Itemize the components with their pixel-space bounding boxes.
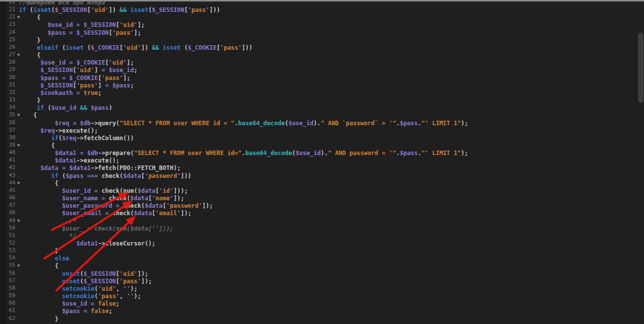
code-text: $user_ = check(num($data[''])); xyxy=(19,225,174,232)
fold-arrow-icon[interactable]: ▼ xyxy=(17,262,20,269)
code-line[interactable]: 57 unset($_SESSION['pass']); xyxy=(0,277,633,284)
fold-arrow-icon[interactable]: ▼ xyxy=(17,142,20,149)
line-number: 62 xyxy=(0,315,15,322)
code-line[interactable]: 29 $_SESSION['uid'] = $use_id; xyxy=(0,66,633,73)
line-number: 29 xyxy=(0,66,15,73)
code-line[interactable]: 38 if($req->fetchColumn()) xyxy=(0,134,633,141)
line-number: 26 xyxy=(0,43,15,51)
code-text: } xyxy=(19,97,40,104)
code-line[interactable]: 22▼ { xyxy=(0,13,633,20)
code-text: $use_id = $_SESSION['uid']; xyxy=(19,21,145,28)
code-line[interactable]: 30 $pass = $_COOKIE['pass']; xyxy=(0,74,633,81)
code-line[interactable]: 23 $use_id = $_SESSION['uid']; xyxy=(0,20,633,28)
code-line[interactable]: 26 elseif (isset ($_COOKIE['uid']) && is… xyxy=(0,43,633,51)
code-line[interactable]: 55▼ { xyxy=(0,261,633,269)
line-number: 32 xyxy=(0,88,15,96)
fold-arrow-icon[interactable]: ▼ xyxy=(17,13,20,21)
code-editor-window: 20//Выбераем все про юзера21if (isset($_… xyxy=(0,0,644,324)
code-text: } xyxy=(19,316,58,323)
line-number: 28 xyxy=(0,58,15,66)
code-line[interactable]: 21if (isset($_SESSION['uid']) && isset($… xyxy=(0,5,633,13)
code-line[interactable]: 39▼ { xyxy=(0,141,633,149)
line-number: 59 xyxy=(0,292,15,299)
code-text: { xyxy=(19,262,58,269)
line-number: 25 xyxy=(0,36,15,43)
code-line[interactable]: 58 setcookie('uid', ''); xyxy=(0,284,633,292)
code-text: { xyxy=(19,52,40,59)
fold-arrow-icon[interactable]: ▼ xyxy=(17,51,20,59)
code-text: $_SESSION['uid'] = $use_id; xyxy=(19,67,138,74)
line-number: 58 xyxy=(0,284,15,292)
line-number: 30 xyxy=(0,74,15,81)
line-number: 49 xyxy=(0,217,15,224)
fold-arrow-icon[interactable]: ▼ xyxy=(17,179,20,187)
line-number: 55 xyxy=(0,261,15,269)
code-line[interactable]: 40 $data1 = $db->prepare("SELECT * FROM … xyxy=(0,149,633,156)
line-number: 61 xyxy=(0,307,15,314)
code-line[interactable]: 33 } xyxy=(0,96,633,103)
code-text: $user_id = check(num($data['id'])); xyxy=(19,187,188,194)
code-area[interactable]: 20//Выбераем все про юзера21if (isset($_… xyxy=(0,0,633,322)
line-number: 45 xyxy=(0,186,15,194)
line-number: 50 xyxy=(0,224,15,232)
code-line[interactable]: 45 $user_id = check(num($data['id'])); xyxy=(0,186,633,194)
scrollbar-thumb[interactable] xyxy=(638,33,644,103)
code-line[interactable]: 28 $use_id = $_COOKIE['uid']; xyxy=(0,58,633,66)
code-line[interactable]: 27▼ { xyxy=(0,51,633,58)
code-line[interactable]: 52 $data1->closeCursor(); xyxy=(0,239,633,246)
line-number: 35 xyxy=(0,111,15,118)
code-line[interactable]: 47 $user_password = check($data['passwor… xyxy=(0,201,633,209)
code-line[interactable]: 41 $data1->execute(); xyxy=(0,156,633,163)
fold-arrow-icon[interactable]: ▼ xyxy=(17,217,20,225)
code-line[interactable]: 60 $use_id = false; xyxy=(0,299,633,307)
code-line[interactable]: 36 $req = $db->query("SELECT * FROM user… xyxy=(0,119,633,126)
code-line[interactable]: 50 $user_ = check(num($data[''])); xyxy=(0,224,633,232)
code-text: if ($use_id && $pass) xyxy=(19,104,112,111)
code-line[interactable]: 48 $user_email = check($data['email']); xyxy=(0,209,633,216)
code-text: else xyxy=(19,255,69,262)
code-line[interactable]: 51 */ xyxy=(0,232,633,239)
code-line[interactable]: 24 $pass = $_SESSION['pass']; xyxy=(0,28,633,36)
code-line[interactable]: 59 setcookie('pass', ''); xyxy=(0,292,633,299)
code-line[interactable]: 43 if ($pass === check($data['password']… xyxy=(0,171,633,179)
code-line[interactable]: 34 if ($use_id && $pass) xyxy=(0,103,633,111)
code-line[interactable]: 31 $_SESSION['pass'] = $pass; xyxy=(0,81,633,88)
code-text: $cookauth = true; xyxy=(19,89,101,96)
code-text: } xyxy=(19,37,40,44)
code-line[interactable]: 42 $data = $data1->fetch(PDO::FETCH_BOTH… xyxy=(0,163,633,171)
fold-arrow-icon[interactable]: ▼ xyxy=(17,111,20,119)
line-number: 56 xyxy=(0,269,15,277)
line-number: 46 xyxy=(0,194,15,201)
code-line[interactable]: 54 else xyxy=(0,254,633,261)
code-line[interactable]: 56 unset($_SESSION['uid']); xyxy=(0,269,633,277)
line-number: 41 xyxy=(0,156,15,163)
code-text: /* xyxy=(19,218,77,225)
code-line[interactable]: 62 } xyxy=(0,315,633,322)
code-line[interactable]: 44▼ { xyxy=(0,179,633,186)
line-number: 54 xyxy=(0,254,15,261)
code-text: $data1->closeCursor(); xyxy=(19,240,156,247)
code-line[interactable]: 49▼ /* xyxy=(0,217,633,224)
code-text: } xyxy=(19,247,58,254)
line-number: 31 xyxy=(0,81,15,88)
line-number: 21 xyxy=(0,5,15,13)
code-line[interactable]: 35▼ { xyxy=(0,111,633,118)
line-number: 22 xyxy=(0,13,15,20)
code-text: { xyxy=(19,142,55,149)
code-text: $pass = $_SESSION['pass']; xyxy=(19,29,141,36)
code-text: $req->execute(); xyxy=(19,127,98,134)
code-line[interactable]: 46 $user_name = check($data['name']); xyxy=(0,194,633,201)
code-text: unset($_SESSION['pass']); xyxy=(19,278,152,285)
code-line[interactable]: 61 $pass = false; xyxy=(0,307,633,314)
line-number: 43 xyxy=(0,171,15,179)
code-text: $data1->execute(); xyxy=(19,157,119,164)
code-line[interactable]: 37 $req->execute(); xyxy=(0,126,633,134)
line-number: 27 xyxy=(0,51,15,58)
code-text: $user_name = check($data['name']); xyxy=(19,195,184,202)
code-line[interactable]: 25 } xyxy=(0,36,633,43)
code-text: if (isset($_SESSION['uid']) && isset($_S… xyxy=(19,6,220,13)
code-text: setcookie('pass', ''); xyxy=(19,293,141,300)
line-number: 60 xyxy=(0,299,15,307)
code-line[interactable]: 32 $cookauth = true; xyxy=(0,88,633,96)
code-line[interactable]: 53 } xyxy=(0,246,633,254)
